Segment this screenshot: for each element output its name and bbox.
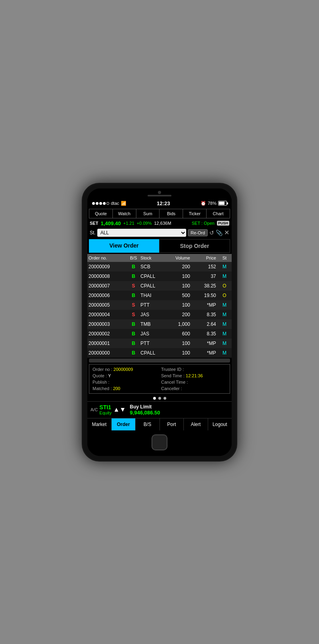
- stock-cell: CPALL: [139, 271, 168, 281]
- detail-canceller: Canceller :: [161, 386, 226, 391]
- bottom-nav-order[interactable]: Order: [112, 418, 136, 430]
- volume-cell: 600: [168, 329, 191, 339]
- col-bs: B/S: [128, 254, 139, 262]
- set-change: +1.21: [123, 221, 134, 226]
- table-row[interactable]: 20000006 B THAI 500 19.50 O: [87, 291, 232, 300]
- stock-cell: THAI: [139, 291, 168, 300]
- account-type: Equity: [99, 410, 112, 415]
- table-row[interactable]: 20000008 B CPALL 100 37 M: [87, 271, 232, 281]
- dot-2: [96, 202, 98, 205]
- status-cell: M: [217, 329, 232, 339]
- tab-sum[interactable]: Sum: [136, 209, 160, 218]
- detail-trustee: Trustee ID :: [161, 367, 226, 372]
- order-no-cell: 20000001: [87, 339, 128, 348]
- price-cell: 2.64: [191, 319, 217, 329]
- edit-icon[interactable]: 📎: [216, 230, 223, 236]
- detail-publish-label: Publish :: [93, 380, 109, 384]
- table-row[interactable]: 20000005 S PTT 100 *MP M: [87, 300, 232, 310]
- set-value: 1,409.40: [100, 220, 121, 226]
- table-row[interactable]: 20000003 B TMB 1,000 2.64 M: [87, 319, 232, 329]
- reord-button[interactable]: Re-Ord: [188, 229, 208, 236]
- stock-cell: JAS: [139, 310, 168, 319]
- order-no-cell: 20000006: [87, 291, 128, 300]
- detail-send-time-label: Send Time :: [161, 373, 185, 378]
- set-volume: 12,636M: [154, 221, 171, 226]
- close-icon[interactable]: ✕: [224, 229, 229, 236]
- status-cell: M: [217, 339, 232, 348]
- account-arrow-icon[interactable]: ▲▼: [113, 406, 126, 413]
- camera-dot: [158, 191, 161, 194]
- tab-quote[interactable]: Quote: [89, 209, 113, 218]
- tab-ticker[interactable]: Ticker: [183, 209, 207, 218]
- order-no-cell: 20000004: [87, 310, 128, 319]
- bs-cell: B: [128, 271, 139, 281]
- account-info[interactable]: STI1 Equity: [99, 404, 112, 415]
- price-cell: 8.35: [191, 310, 217, 319]
- table-row[interactable]: 20000007 S CPALL 100 38.25 O: [87, 281, 232, 291]
- table-row[interactable]: 20000009 B SCB 200 152 M: [87, 262, 232, 271]
- order-no-cell: 20000002: [87, 329, 128, 339]
- account-name: STI1: [99, 404, 112, 410]
- table-row[interactable]: 20000004 S JAS 200 8.35 M: [87, 310, 232, 319]
- bottom-nav-port[interactable]: Port: [160, 418, 184, 430]
- bottom-nav-logout[interactable]: Logout: [208, 418, 232, 430]
- bottom-nav-market[interactable]: Market: [87, 418, 112, 430]
- price-cell: *MP: [191, 348, 217, 358]
- bottom-nav-alert[interactable]: Alert: [184, 418, 208, 430]
- stop-order-button[interactable]: Stop Order: [159, 239, 230, 253]
- signal-dots: [92, 202, 109, 205]
- ac-label: A/C: [91, 407, 98, 412]
- detail-send-time: Send Time : 12:21:36: [161, 373, 226, 378]
- set-label: SET: [90, 221, 98, 226]
- detail-quote-label: Quote :: [93, 373, 107, 378]
- tab-watch[interactable]: Watch: [113, 209, 136, 218]
- bs-cell: B: [128, 262, 139, 271]
- table-row[interactable]: 20000000 B CPALL 100 *MP M: [87, 348, 232, 358]
- bottom-nav-bs[interactable]: B/S: [136, 418, 160, 430]
- volume-cell: 500: [168, 291, 191, 300]
- status-cell: M: [217, 319, 232, 329]
- volume-cell: 100: [168, 348, 191, 358]
- dot-4: [103, 202, 106, 205]
- detail-matched-label: Matched :: [93, 386, 112, 391]
- refresh-icon[interactable]: ↺: [209, 230, 214, 236]
- price-cell: *MP: [191, 300, 217, 310]
- filter-select[interactable]: ALL Buy Sell: [97, 229, 186, 237]
- scroll-bar[interactable]: [89, 359, 230, 363]
- detail-quote: Quote : Y: [93, 373, 158, 378]
- table-header-row: Order no. B/S Stock Volume Price St: [87, 254, 232, 262]
- col-stock: Stock: [139, 254, 168, 262]
- order-no-cell: 20000007: [87, 281, 128, 291]
- dot-3: [99, 202, 102, 205]
- home-button-area: [87, 430, 232, 456]
- status-cell: M: [217, 271, 232, 281]
- col-status: St: [217, 254, 232, 262]
- status-cell: M: [217, 310, 232, 319]
- table-row[interactable]: 20000001 B PTT 100 *MP M: [87, 339, 232, 348]
- tab-bids[interactable]: Bids: [160, 209, 183, 218]
- col-volume: Volume: [168, 254, 191, 262]
- table-row[interactable]: 20000002 B JAS 600 8.35 M: [87, 329, 232, 339]
- push-badge: PUSH: [217, 221, 229, 226]
- account-bar: A/C STI1 Equity ▲▼ Buy Limit 9,946,086.5…: [87, 401, 232, 418]
- buy-limit-info: Buy Limit 9,946,086.50: [130, 404, 160, 416]
- view-order-button[interactable]: View Order: [89, 239, 159, 253]
- filter-label: St.: [90, 230, 96, 236]
- stock-cell: SCB: [139, 262, 168, 271]
- tab-chart[interactable]: Chart: [207, 209, 230, 218]
- order-table: Order no. B/S Stock Volume Price St 2000…: [87, 254, 232, 358]
- speaker: [148, 195, 171, 196]
- home-button[interactable]: [152, 434, 167, 450]
- bs-cell: B: [128, 319, 139, 329]
- status-cell: O: [217, 281, 232, 291]
- detail-matched-value: 200: [113, 386, 120, 391]
- bs-cell: S: [128, 300, 139, 310]
- phone-frame: dtac 📶 12:23 ⏰ 78% Quote Watch Sum Bids …: [82, 183, 237, 462]
- volume-cell: 200: [168, 262, 191, 271]
- bs-cell: B: [128, 291, 139, 300]
- order-no-cell: 20000000: [87, 348, 128, 358]
- status-time: 12:23: [157, 200, 170, 206]
- status-bar: dtac 📶 12:23 ⏰ 78%: [87, 198, 232, 208]
- volume-cell: 100: [168, 339, 191, 348]
- page-indicators: [87, 395, 232, 401]
